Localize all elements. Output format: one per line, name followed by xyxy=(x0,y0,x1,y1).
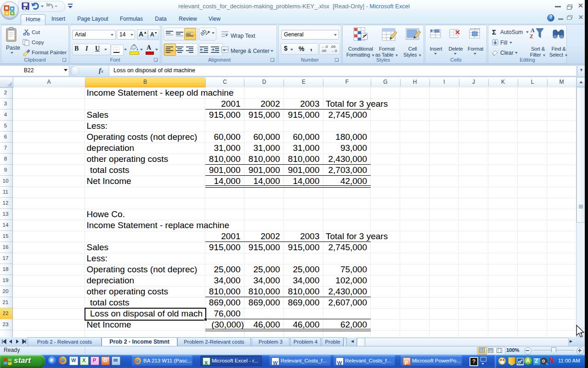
svg-text:a: a xyxy=(223,48,225,52)
